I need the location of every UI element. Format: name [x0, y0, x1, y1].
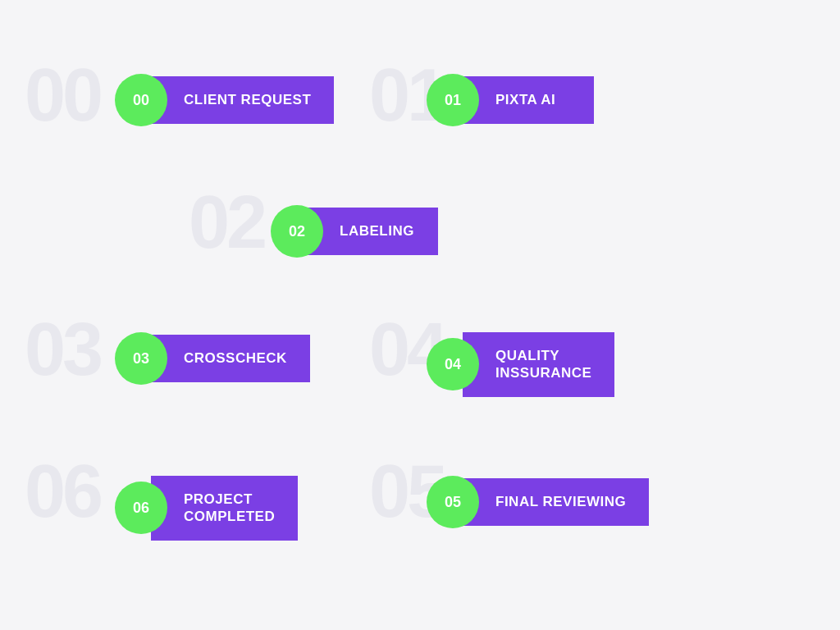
- step-badge-05: 05: [427, 476, 479, 528]
- step-item-02[interactable]: 02LABELING: [271, 205, 438, 258]
- step-item-03[interactable]: 03CROSSCHECK: [115, 332, 310, 385]
- step-badge-02: 02: [271, 205, 323, 258]
- step-badge-06: 06: [115, 482, 167, 534]
- step-badge-00: 00: [115, 74, 167, 126]
- step-badge-04: 04: [427, 338, 479, 390]
- step-label-04: QUALITYINSSURANCE: [463, 332, 614, 397]
- step-item-00[interactable]: 00CLIENT REQUEST: [115, 74, 334, 126]
- step-label-01: PIXTA AI: [463, 76, 594, 123]
- step-label-00: CLIENT REQUEST: [151, 76, 334, 123]
- step-label-06: PROJECTCOMPLETED: [151, 476, 298, 541]
- step-item-04[interactable]: 04QUALITYINSSURANCE: [427, 332, 614, 397]
- step-item-01[interactable]: 01PIXTA AI: [427, 74, 594, 126]
- step-label-05: FINAL REVIEWING: [463, 478, 649, 525]
- step-label-02: LABELING: [307, 208, 438, 254]
- step-badge-03: 03: [115, 332, 167, 385]
- step-badge-01: 01: [427, 74, 479, 126]
- main-container: 00CLIENT REQUEST01PIXTA AI02LABELING03CR…: [0, 0, 840, 630]
- step-item-05[interactable]: 05FINAL REVIEWING: [427, 476, 649, 528]
- step-label-03: CROSSCHECK: [151, 335, 310, 381]
- step-item-06[interactable]: 06PROJECTCOMPLETED: [115, 476, 298, 541]
